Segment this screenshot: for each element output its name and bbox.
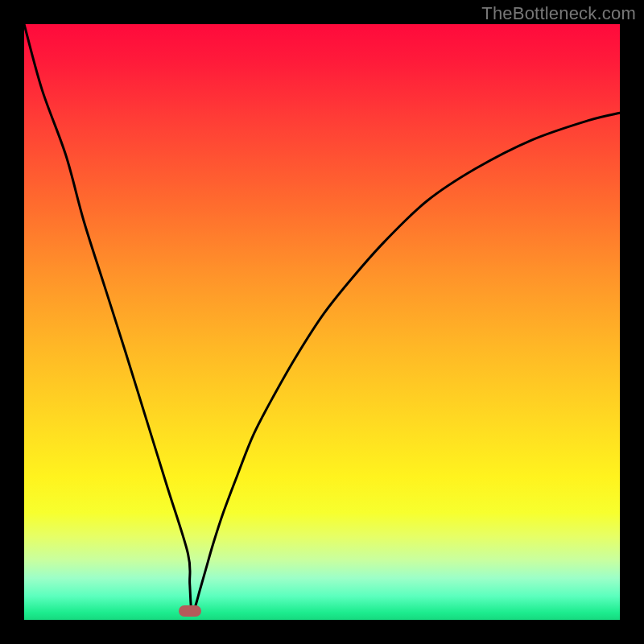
curve-svg — [24, 24, 620, 620]
plot-area — [24, 24, 620, 620]
chart-frame: TheBottleneck.com — [0, 0, 644, 644]
watermark-text: TheBottleneck.com — [481, 3, 636, 24]
minimum-marker — [179, 605, 201, 617]
bottleneck-curve — [24, 24, 620, 613]
